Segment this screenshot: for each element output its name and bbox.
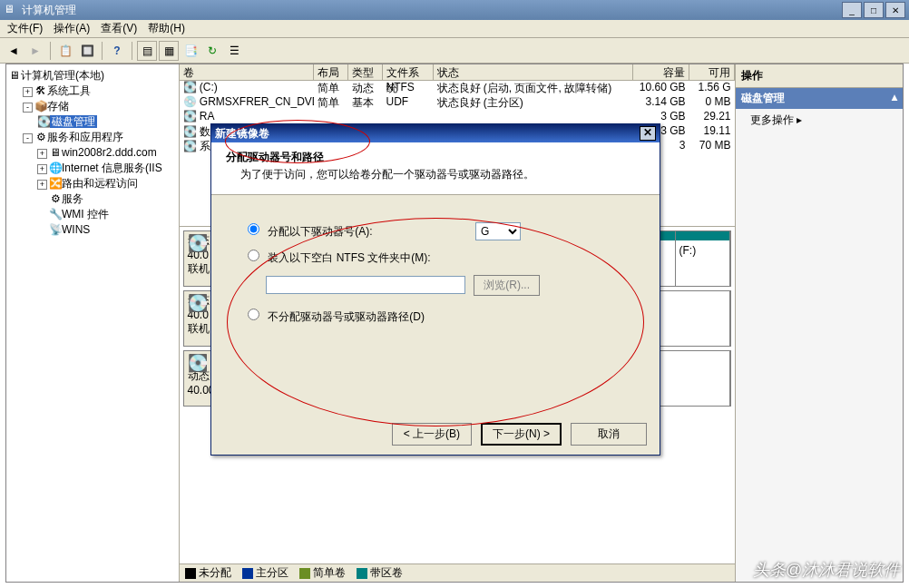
wizard-header: 分配驱动器号和路径 为了便于访问，您可以给卷分配一个驱动器号或驱动器路径。: [211, 142, 660, 195]
menu-file[interactable]: 文件(F): [2, 19, 48, 38]
tree-diskmgmt[interactable]: 磁盘管理: [50, 115, 97, 128]
tree-systools[interactable]: 系统工具: [47, 84, 91, 97]
tree-routing[interactable]: 路由和远程访问: [62, 177, 138, 190]
expand-icon[interactable]: +: [23, 87, 33, 97]
wizard-titlebar[interactable]: 新建镜像卷 ✕: [211, 124, 660, 142]
cancel-button[interactable]: 取消: [571, 423, 647, 446]
toolbar: ◄ ► 📋 🔲 ? ▤ ▦ 📑 ↻ ☰: [0, 38, 909, 64]
disk-icon: 💽: [188, 293, 208, 313]
tree-wins[interactable]: WINS: [62, 223, 90, 236]
tree-wmi[interactable]: WMI 控件: [62, 208, 109, 220]
col-layout[interactable]: 布局: [314, 64, 348, 80]
help-button[interactable]: ?: [107, 41, 127, 61]
maximize-button[interactable]: □: [864, 2, 884, 18]
up-button[interactable]: 📋: [55, 41, 75, 61]
view-bottom-button[interactable]: ▦: [159, 41, 179, 61]
chevron-up-icon[interactable]: ▴: [892, 91, 897, 106]
collapse-icon[interactable]: -: [23, 133, 33, 143]
menu-help[interactable]: 帮助(H): [142, 19, 191, 38]
volume-row[interactable]: 💽 (C:)简单动态NTFS状态良好 (启动, 页面文件, 故障转储)10.60…: [180, 81, 735, 95]
back-button[interactable]: < 上一步(B): [392, 423, 472, 446]
ntfs-path-input: [266, 276, 465, 294]
col-type[interactable]: 类型: [348, 64, 383, 80]
next-button[interactable]: 下一步(N) >: [481, 423, 562, 446]
list-button[interactable]: ☰: [224, 41, 244, 61]
collapse-icon[interactable]: -: [23, 103, 33, 113]
col-status[interactable]: 状态: [434, 64, 633, 80]
actions-header: 操作: [736, 64, 904, 88]
navigation-tree[interactable]: 🖥计算机管理(本地) +🛠系统工具 -📦存储 💽磁盘管理 -⚙服务和应用程序 +…: [6, 64, 180, 582]
volume-row[interactable]: 💽 RA3 GB29.21: [180, 110, 735, 124]
wizard-subheading: 为了便于访问，您可以给卷分配一个驱动器号或驱动器路径。: [240, 167, 645, 182]
col-filesystem[interactable]: 文件系统: [383, 64, 434, 80]
tree-services[interactable]: 服务: [62, 192, 83, 205]
settings-button[interactable]: 📑: [181, 41, 200, 61]
volume-list-header: 卷 布局 类型 文件系统 状态 容量 可用: [180, 64, 735, 81]
option-no-assign[interactable]: 不分配驱动器号或驱动器路径(D): [248, 309, 623, 325]
wizard-title: 新建镜像卷: [215, 126, 269, 142]
legend: 未分配 主分区 简单卷 带区卷: [180, 564, 735, 582]
col-capacity[interactable]: 容量: [633, 64, 689, 80]
browse-button: 浏览(R)...: [474, 275, 540, 296]
window-titlebar: 🖥 计算机管理 _ □ ✕: [0, 0, 909, 20]
tree-root[interactable]: 计算机管理(本地): [21, 69, 104, 82]
app-icon: 🖥: [4, 3, 18, 17]
minimize-button[interactable]: _: [842, 2, 862, 18]
refresh-button[interactable]: ↻: [202, 41, 222, 61]
menu-bar: 文件(F) 操作(A) 查看(V) 帮助(H): [0, 20, 909, 38]
tree-services-apps[interactable]: 服务和应用程序: [47, 131, 123, 143]
computer-icon: 🖥: [8, 69, 21, 82]
option-mount-ntfs[interactable]: 装入以下空白 NTFS 文件夹中(M):: [248, 250, 623, 266]
watermark: 头条@沐沐君说软件: [753, 559, 900, 581]
tree-iis[interactable]: Internet 信息服务(IIS: [62, 162, 162, 174]
drive-letter-select[interactable]: G: [475, 222, 521, 240]
close-button[interactable]: ✕: [885, 2, 905, 18]
col-free[interactable]: 可用: [689, 64, 735, 80]
actions-pane: 操作 磁盘管理▴ 更多操作 ▸: [736, 64, 904, 582]
tree-storage[interactable]: 存储: [47, 100, 69, 113]
radio-assign-letter[interactable]: [248, 223, 259, 235]
option-assign-drive-letter[interactable]: 分配以下驱动器号(A): G: [248, 222, 623, 240]
radio-mount-ntfs[interactable]: [248, 250, 259, 261]
actions-section: 磁盘管理▴: [736, 88, 904, 109]
radio-no-assign[interactable]: [248, 309, 259, 320]
disk-icon: 💽: [188, 233, 208, 253]
more-actions[interactable]: 更多操作 ▸: [736, 109, 904, 132]
menu-action[interactable]: 操作(A): [48, 19, 95, 38]
view-top-button[interactable]: ▤: [137, 41, 157, 61]
tree-win2008[interactable]: win2008r2.ddd.com: [62, 146, 157, 159]
back-button[interactable]: ◄: [4, 41, 24, 61]
wizard-heading: 分配驱动器号和路径: [226, 150, 645, 165]
menu-view[interactable]: 查看(V): [95, 19, 142, 38]
properties-button[interactable]: 🔲: [77, 41, 97, 61]
volume-row[interactable]: 💿 GRMSXFRER_CN_DVD (D:)简单基本UDF状态良好 (主分区)…: [180, 95, 735, 110]
wizard-close-button[interactable]: ✕: [640, 126, 656, 141]
disk-icon: 💽: [188, 353, 208, 373]
col-volume[interactable]: 卷: [180, 64, 314, 80]
window-title: 计算机管理: [22, 3, 76, 18]
new-mirror-volume-wizard: 新建镜像卷 ✕ 分配驱动器号和路径 为了便于访问，您可以给卷分配一个驱动器号或驱…: [210, 123, 660, 456]
chevron-right-icon: ▸: [797, 113, 802, 126]
forward-button[interactable]: ►: [25, 41, 45, 61]
